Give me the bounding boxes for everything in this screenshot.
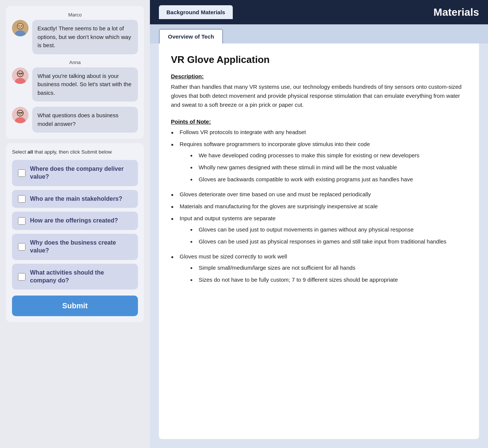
checkbox-item-4[interactable]: Why does the business create value? xyxy=(12,234,138,260)
right-header: Background Materials Materials xyxy=(150,0,488,24)
tab-background-materials[interactable]: Background Materials xyxy=(159,5,233,19)
point-1: Follows VR protocols to integrate with a… xyxy=(171,128,467,137)
checkbox-item-1[interactable]: Where does the company deliver value? xyxy=(12,160,138,186)
point-3: Gloves deteriorate over time based on us… xyxy=(171,190,467,199)
anna-bubble-2: What questions does a business model ans… xyxy=(32,107,138,133)
doc-title: VR Glove Application xyxy=(171,54,467,66)
chat-section: Marco Exactly! There seems to be a lot o… xyxy=(6,6,144,139)
quiz-section: Select all that apply, then click Submit… xyxy=(6,143,144,322)
svg-point-4 xyxy=(19,25,20,27)
left-panel: Marco Exactly! There seems to be a lot o… xyxy=(0,0,150,448)
svg-point-5 xyxy=(21,25,22,27)
marco-bubble: Exactly! There seems to be a lot of opti… xyxy=(32,20,138,54)
checkbox-5[interactable] xyxy=(18,273,25,281)
point-6-text: Gloves must be sized correctly to work w… xyxy=(180,252,467,287)
point-5-sub-list: Gloves can be used just to output moveme… xyxy=(180,225,467,246)
sub-point-5-2: Gloves can be used just as physical resp… xyxy=(190,237,467,246)
sub-tab-bar: Overview of Tech xyxy=(150,24,488,43)
sub-point-2-3: Gloves are backwards compatible to work … xyxy=(190,175,467,184)
sub-point-6-2: Sizes do not have to be fully custom; 7 … xyxy=(190,275,467,284)
point-6: Gloves must be sized correctly to work w… xyxy=(171,252,467,287)
quiz-instruction-bold: all xyxy=(27,149,33,155)
sub-point-5-1: Gloves can be used just to output moveme… xyxy=(190,225,467,234)
checkbox-4[interactable] xyxy=(18,243,25,251)
checkbox-label-3: How are the offerings created? xyxy=(30,217,118,225)
anna-label: Anna xyxy=(12,60,138,65)
points-label: Points of Note: xyxy=(171,118,467,125)
point-4: Materials and manufacturing for the glov… xyxy=(171,202,467,211)
marco-message-group: Marco Exactly! There seems to be a lot o… xyxy=(12,12,138,54)
point-3-text: Gloves deteriorate over time based on us… xyxy=(180,190,467,199)
materials-title: Materials xyxy=(434,6,479,18)
checkbox-1[interactable] xyxy=(18,169,25,177)
point-5-text: Input and output systems are separate Gl… xyxy=(180,214,467,249)
sub-point-6-1: Simple small/medium/large sizes are not … xyxy=(190,263,467,272)
sub-point-2-1: We have developed coding processes to ma… xyxy=(190,151,467,160)
checkbox-label-1: Where does the company deliver value? xyxy=(30,165,132,181)
point-1-text: Follows VR protocols to integrate with a… xyxy=(180,128,467,137)
tab-bar: Background Materials xyxy=(159,5,233,19)
description-text: Rather than handles that many VR systems… xyxy=(171,82,467,109)
marco-label: Marco xyxy=(12,12,138,18)
point-2: Requires software programmers to incorpo… xyxy=(171,140,467,187)
checkbox-label-4: Why does the business create value? xyxy=(30,239,132,255)
checkbox-2[interactable] xyxy=(18,195,25,203)
anna-avatar-2 xyxy=(12,107,28,123)
point-4-text: Materials and manufacturing for the glov… xyxy=(180,202,467,211)
anna-message-group: Anna xyxy=(12,60,138,102)
quiz-instruction: Select all that apply, then click Submit… xyxy=(12,149,138,155)
point-6-sub-list: Simple small/medium/large sizes are not … xyxy=(180,263,467,284)
checkbox-item-3[interactable]: How are the offerings created? xyxy=(12,212,138,230)
marco-avatar xyxy=(12,20,28,36)
right-panel: Background Materials Materials Overview … xyxy=(150,0,488,448)
sub-tab-overview[interactable]: Overview of Tech xyxy=(159,29,223,43)
description-label: Description: xyxy=(171,73,467,79)
point-2-sub-list: We have developed coding processes to ma… xyxy=(180,151,467,184)
sub-point-2-2: Wholly new games designed with these sti… xyxy=(190,163,467,172)
anna-message-row-1: What you're talking about is your busine… xyxy=(12,67,138,102)
anna-message2-group: What questions does a business model ans… xyxy=(12,107,138,133)
point-2-text: Requires software programmers to incorpo… xyxy=(180,140,467,187)
checkbox-label-2: Who are the main stakeholders? xyxy=(30,195,122,203)
point-5: Input and output systems are separate Gl… xyxy=(171,214,467,249)
anna-avatar xyxy=(12,67,28,84)
checkbox-label-5: What activities should the company do? xyxy=(30,269,132,285)
content-area: VR Glove Application Description: Rather… xyxy=(159,43,479,439)
points-list: Follows VR protocols to integrate with a… xyxy=(171,128,467,287)
anna-message-row-2: What questions does a business model ans… xyxy=(12,107,138,133)
svg-point-3 xyxy=(18,24,23,29)
anna-bubble-1: What you're talking about is your busine… xyxy=(32,67,138,102)
checkbox-3[interactable] xyxy=(18,217,25,225)
marco-message-row: Exactly! There seems to be a lot of opti… xyxy=(12,20,138,54)
submit-button[interactable]: Submit xyxy=(12,296,138,316)
checkbox-item-5[interactable]: What activities should the company do? xyxy=(12,264,138,290)
checkbox-item-2[interactable]: Who are the main stakeholders? xyxy=(12,190,138,208)
